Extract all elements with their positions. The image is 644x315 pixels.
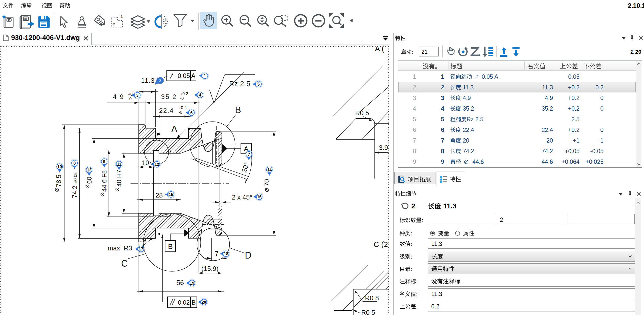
svg-text:R0 5: R0 5: [355, 109, 369, 117]
svg-text:R0 5: R0 5: [361, 309, 375, 315]
svg-text:A: A: [113, 22, 116, 26]
svg-text:19: 19: [190, 281, 194, 285]
svg-text:A: A: [171, 124, 177, 134]
svg-text:(15.9): (15.9): [201, 265, 219, 272]
svg-text:13: 13: [87, 168, 92, 172]
svg-text:C: C: [121, 258, 128, 269]
svg-text:11.3: 11.3: [141, 77, 155, 84]
svg-text:20°: 20°: [240, 162, 250, 173]
svg-text:74.2: 74.2: [71, 186, 78, 198]
svg-text:B: B: [168, 243, 173, 250]
svg-text:B: B: [191, 299, 196, 306]
svg-text:10: 10: [57, 165, 62, 169]
svg-text:12: 12: [155, 162, 159, 167]
svg-text:+0.2: +0.2: [180, 92, 188, 96]
svg-text:9: 9: [103, 160, 105, 164]
svg-text:40 H7: 40 H7: [116, 170, 123, 187]
svg-text:16: 16: [257, 195, 262, 199]
svg-text:78 5: 78 5: [55, 175, 62, 187]
svg-text:7: 7: [215, 250, 219, 257]
svg-text:-0: -0: [179, 110, 182, 114]
svg-text:0 02: 0 02: [178, 299, 190, 306]
svg-text:5: 5: [257, 82, 260, 86]
svg-text:R0 8: R0 8: [365, 294, 379, 302]
svg-text:A: A: [244, 145, 248, 152]
svg-text:14: 14: [267, 168, 272, 172]
svg-text:56: 56: [176, 279, 184, 287]
svg-text:17: 17: [139, 247, 143, 251]
svg-text:60: 60: [86, 177, 93, 184]
svg-text:35 2: 35 2: [161, 93, 177, 101]
svg-text:1: 1: [121, 14, 123, 18]
svg-text:2 x 45°: 2 x 45°: [232, 193, 252, 201]
svg-text:70: 70: [263, 179, 271, 186]
svg-text:0.05: 0.05: [178, 72, 190, 79]
svg-text:7: 7: [248, 152, 250, 157]
svg-text:8: 8: [73, 161, 76, 165]
svg-text:20: 20: [202, 300, 206, 304]
svg-text:11: 11: [117, 162, 121, 166]
svg-text:-0: -0: [180, 96, 184, 101]
svg-text:4: 4: [199, 93, 201, 97]
svg-text:±0 05: ±0 05: [73, 172, 78, 183]
svg-text:D: D: [245, 250, 251, 261]
svg-text:6: 6: [190, 111, 193, 115]
svg-text:3: 3: [136, 93, 139, 97]
svg-text:B: B: [235, 105, 241, 115]
svg-text:-0: -0: [128, 97, 132, 101]
svg-text:2: 2: [159, 78, 162, 83]
svg-text:10: 10: [142, 159, 149, 166]
svg-text:44 6 F8: 44 6 F8: [101, 170, 108, 192]
svg-text:C (2: C (2: [374, 240, 388, 248]
svg-text:A: A: [191, 72, 196, 79]
svg-text:A (: A (: [375, 45, 384, 53]
svg-text:28: 28: [156, 191, 163, 199]
svg-text:3.9: 3.9: [379, 144, 388, 151]
svg-text:1: 1: [204, 74, 206, 78]
svg-text:4 9: 4 9: [113, 93, 124, 101]
svg-text:18: 18: [224, 252, 228, 256]
svg-text:15: 15: [169, 192, 173, 197]
svg-text:max. R3: max. R3: [108, 244, 132, 252]
svg-text:+0 2: +0 2: [179, 106, 187, 110]
